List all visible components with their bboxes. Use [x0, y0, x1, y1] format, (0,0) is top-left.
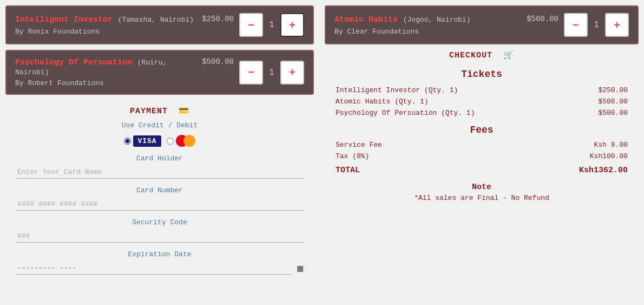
mastercard-radio[interactable]: [167, 138, 174, 145]
visa-badge: VISA: [133, 135, 161, 147]
ticket-title: Intelligent Investor: [15, 15, 113, 24]
checkout-ticket-amount: $500.00: [598, 98, 628, 106]
checkout-ticket-label: Psychology Of Persuation (Qty. 1): [336, 109, 475, 117]
card-holder-label: Card Holder: [16, 154, 303, 163]
ticket-card-intelligent-investor: Intelligent Investor (Tamasha, Nairobi) …: [5, 5, 314, 44]
visa-radio[interactable]: [124, 138, 131, 145]
decrement-button[interactable]: −: [239, 13, 263, 37]
ticket-price: $500.00: [202, 57, 234, 66]
total-row: TOTAL Ksh1362.00: [336, 166, 628, 175]
security-code-label: Security Code: [16, 218, 303, 226]
mastercard-option[interactable]: [167, 135, 195, 147]
decrement-button[interactable]: −: [564, 13, 588, 37]
mastercard-badge: [176, 135, 195, 147]
note-text: *All sales are Final - No Refund: [336, 194, 628, 202]
checkout-ticket-row: Intelligent Investor (Qty. 1) $250.00: [336, 86, 628, 94]
checkout-fee-row: Tax (8%) Ksh100.00: [336, 152, 628, 160]
checkout-ticket-amount: $500.00: [598, 109, 628, 117]
qty-display: 1: [266, 20, 277, 30]
checkout-ticket-amount: $250.00: [598, 86, 628, 94]
card-holder-input[interactable]: [16, 166, 303, 179]
fees-section-title: Fees: [336, 125, 628, 135]
decrement-button[interactable]: −: [239, 61, 263, 85]
card-number-label: Card Number: [16, 186, 303, 194]
ticket-location: (Tamasha, Nairobi): [118, 16, 194, 24]
checkout-ticket-row: Atomic Habits (Qty. 1) $500.00: [336, 98, 628, 106]
checkout-ticket-label: Intelligent Investor (Qty. 1): [336, 86, 458, 94]
total-label: TOTAL: [336, 166, 360, 175]
qty-display: 1: [591, 20, 602, 30]
card-options: VISA: [16, 135, 303, 147]
ticket-controls: − 1 +: [239, 13, 304, 37]
security-code-input[interactable]: [16, 230, 303, 243]
checkout-fee-row: Service Fee Ksh 9.00: [336, 141, 628, 149]
checkout-ticket-label: Atomic Habits (Qty. 1): [336, 98, 429, 106]
note-section: Note *All sales are Final - No Refund: [336, 183, 628, 202]
total-amount: Ksh1362.00: [579, 166, 628, 175]
increment-button[interactable]: +: [280, 13, 304, 37]
calendar-icon: ▦: [297, 262, 303, 274]
increment-button[interactable]: +: [280, 61, 304, 85]
checkout-fee-amount: Ksh100.00: [590, 152, 628, 160]
qty-display: 1: [266, 68, 277, 77]
payment-header: PAYMENT 💳: [16, 106, 303, 116]
ticket-card-atomic-habits: Atomic Habits (Jogoo, Nairobi) $500.00 B…: [325, 5, 639, 44]
ticket-title: Psychology Of Persuation: [15, 58, 132, 67]
increment-button[interactable]: +: [605, 13, 629, 37]
ticket-price: $500.00: [527, 15, 558, 23]
ticket-info: Psychology Of Persuation (Ruiru, Nairobi…: [15, 57, 234, 87]
tickets-section-title: Tickets: [336, 69, 628, 80]
checkout-fee-label: Service Fee: [336, 141, 382, 149]
expiration-date-label: Expiration Date: [16, 250, 303, 258]
ticket-price: $250.00: [202, 15, 234, 23]
ticket-by: By Clear Foundations: [334, 28, 558, 36]
ticket-title: Atomic Habits: [334, 15, 398, 24]
note-title: Note: [336, 183, 628, 192]
payment-subtext: Use Credit / Debit: [16, 121, 303, 129]
ticket-controls: − 1 +: [564, 13, 629, 37]
ticket-location: (Jogoo, Nairobi): [403, 16, 471, 24]
ticket-info: Intelligent Investor (Tamasha, Nairobi) …: [15, 15, 234, 36]
checkout-fee-label: Tax (8%): [336, 152, 369, 160]
checkout-ticket-row: Psychology Of Persuation (Qty. 1) $500.0…: [336, 109, 628, 117]
ticket-by: By Robert Foundations: [15, 79, 234, 87]
ticket-card-psychology-of-persuation: Psychology Of Persuation (Ruiru, Nairobi…: [5, 50, 314, 95]
visa-option[interactable]: VISA: [124, 135, 161, 147]
ticket-by: By Ronix Foundations: [15, 28, 234, 36]
checkout-header: CHECKOUT 🛒: [336, 50, 628, 60]
ticket-info: Atomic Habits (Jogoo, Nairobi) $500.00 B…: [334, 15, 558, 36]
expiry-row: ▦: [16, 262, 303, 275]
ticket-controls: − 1 +: [239, 61, 304, 85]
card-number-input[interactable]: [16, 198, 303, 211]
checkout-fee-amount: Ksh 9.00: [594, 141, 628, 149]
expiry-input[interactable]: [16, 262, 292, 275]
